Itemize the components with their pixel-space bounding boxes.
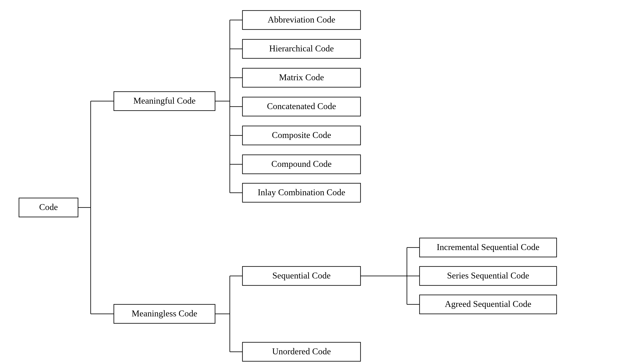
node-sequential-code-label: Sequential Code (272, 271, 331, 280)
node-meaningless-code-label: Meaningless Code (132, 309, 197, 318)
node-meaningful-code-label: Meaningful Code (133, 96, 196, 106)
node-compound-code-label: Compound Code (271, 159, 332, 169)
node-code-label: Code (39, 202, 58, 212)
node-matrix-code-label: Matrix Code (279, 72, 324, 82)
node-hierarchical-code-label: Hierarchical Code (269, 44, 334, 53)
node-abbreviation-code-label: Abbreviation Code (268, 15, 336, 25)
node-incremental-sequential-code-label: Incremental Sequential Code (437, 242, 539, 252)
node-agreed-sequential-code-label: Agreed Sequential Code (445, 299, 532, 309)
node-inlay-combination-code-label: Inlay Combination Code (258, 188, 345, 197)
node-concatenated-code-label: Concatenated Code (267, 101, 336, 111)
node-series-sequential-code-label: Series Sequential Code (447, 271, 529, 280)
code-taxonomy-diagram: Code Meaningful Code Abbreviation Code H… (0, 0, 619, 364)
node-unordered-code-label: Unordered Code (272, 347, 331, 356)
node-composite-code-label: Composite Code (272, 130, 331, 140)
